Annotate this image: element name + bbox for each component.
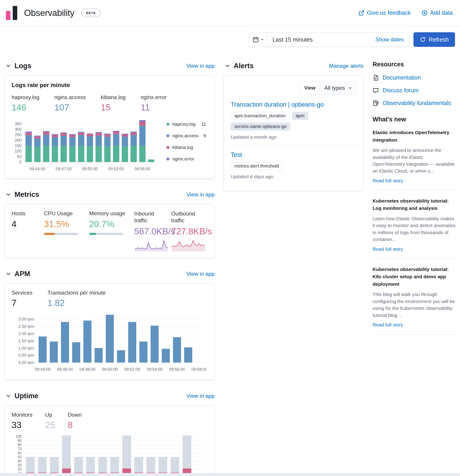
logs-stat: kibana.log 15 — [101, 94, 126, 112]
alert-title-link[interactable]: Transaction duration | opbeans-go — [231, 101, 324, 108]
alert-badge: apm.transaction_duration — [231, 112, 289, 120]
svg-text:70: 70 — [17, 447, 22, 451]
apm-view-in-app-link[interactable]: View in app — [186, 271, 214, 277]
monitors-stat: Monitors 33 — [12, 412, 33, 430]
app-header: Observability BETA Give us feedback Add … — [0, 0, 460, 26]
time-toolbar: Last 15 minutes Show dates Refresh — [0, 26, 460, 48]
legend-item[interactable]: haproxy.log 11 — [166, 122, 206, 127]
uptime-view-in-app-link[interactable]: View in app — [186, 393, 214, 399]
add-data-link[interactable]: Add data — [422, 9, 453, 16]
stat-value: 25 — [45, 420, 55, 430]
external-link-icon — [359, 10, 364, 16]
alert-type-select[interactable]: All types — [320, 82, 356, 94]
observability-fundamentals-label: Observability fundamentals — [383, 100, 451, 106]
logs-view-in-app-link[interactable]: View in app — [186, 63, 214, 69]
metrics-section-title: Metrics — [15, 190, 39, 199]
stat-label: nginx.access — [54, 94, 86, 101]
metric-label: Memory usage — [89, 210, 134, 217]
apm-collapse-chevron-icon[interactable] — [5, 270, 12, 278]
refresh-icon — [420, 37, 426, 42]
svg-text:2.00 tpm: 2.00 tpm — [18, 332, 34, 336]
svg-text:09:48:00: 09:48:00 — [80, 367, 95, 372]
metric-label: CPU Usage — [44, 210, 89, 217]
alert-type-selected-value: All types — [324, 85, 345, 91]
svg-text:1.00 tpm: 1.00 tpm — [18, 346, 34, 350]
news-title: Kubernetes observability tutorial: Log m… — [373, 197, 456, 212]
legend-value: 11 — [201, 122, 206, 127]
logs-chart-legend: haproxy.log 11 nginx.access 9 kibana.log — [161, 116, 207, 172]
beta-badge: BETA — [81, 9, 101, 17]
documentation-link[interactable]: Documentation — [373, 74, 456, 81]
svg-text:09:44:00: 09:44:00 — [30, 167, 45, 171]
uptime-collapse-chevron-icon[interactable] — [5, 392, 12, 400]
chat-icon — [373, 87, 379, 94]
logs-collapse-chevron-icon[interactable] — [5, 62, 12, 70]
observability-fundamentals-link[interactable]: Observability fundamentals — [373, 100, 456, 106]
svg-text:0.50 tpm: 0.50 tpm — [18, 353, 34, 357]
inbound-traffic-sparkline — [134, 239, 168, 252]
refresh-label: Refresh — [429, 36, 449, 43]
read-full-story-link[interactable]: Read full story — [373, 322, 403, 327]
quick-select-button[interactable] — [249, 33, 267, 47]
svg-text:09:44:00: 09:44:00 — [35, 367, 51, 372]
svg-text:0: 0 — [19, 160, 22, 164]
logs-section: Logs View in app Logs rate per minute ha… — [5, 61, 214, 179]
logs-panel-title: Logs rate per minute — [12, 82, 207, 89]
svg-text:60: 60 — [17, 451, 22, 455]
alerts-collapse-chevron-icon[interactable] — [224, 62, 231, 70]
legend-dot — [166, 158, 169, 161]
time-range-value[interactable]: Last 15 minutes — [267, 36, 375, 43]
stat-value: 1.82 — [48, 298, 106, 308]
svg-text:09:52:00: 09:52:00 — [124, 367, 140, 372]
metrics-collapse-chevron-icon[interactable] — [5, 191, 12, 198]
outbound-traffic-metric: Outbound traffic 727.8KB/s — [171, 210, 207, 252]
alerts-panel: View All types Transaction duration | op… — [224, 76, 363, 191]
stat-value: 33 — [12, 420, 33, 430]
discuss-forum-label: Discuss forum — [383, 87, 419, 94]
view-filter-label: View — [300, 82, 320, 94]
metrics-panel: Hosts 4 CPU Usage 31.5% Memory usage 20.… — [5, 204, 214, 258]
legend-item[interactable]: kibana.log — [166, 145, 206, 150]
alert-list-item: Transaction duration | opbeans-go apm.tr… — [231, 95, 356, 145]
news-title: Kubernetes observability tutorial: K8s c… — [373, 266, 456, 288]
stat-value: 7 — [12, 298, 33, 308]
right-sidebar: Resources Documentation Discuss forum Ob… — [373, 61, 456, 341]
legend-item[interactable]: nginx.error — [166, 156, 206, 162]
metric-label: Inbound traffic — [134, 210, 161, 224]
show-dates-link[interactable]: Show dates — [375, 36, 409, 43]
apm-panel: Services 7 Transactions per minute 1.82 … — [5, 283, 214, 380]
metric-value: 727.8KB/s — [171, 226, 207, 236]
svg-text:3.00 tpm: 3.00 tpm — [18, 317, 34, 322]
uptime-panel: Monitors 33 Up 25 Down 8 010203040506070… — [5, 406, 214, 476]
read-full-story-link[interactable]: Read full story — [373, 246, 403, 252]
manage-alerts-link[interactable]: Manage alerts — [329, 63, 363, 69]
legend-item[interactable]: nginx.access 9 — [166, 133, 206, 138]
stat-value: 15 — [101, 102, 126, 112]
alert-updated-text: Updated 6 days ago — [231, 174, 356, 179]
memory-usage-metric: Memory usage 20.7% — [89, 210, 134, 252]
alert-title-link[interactable]: Test — [231, 151, 242, 158]
logs-section-title: Logs — [15, 62, 31, 70]
observability-logo-icon — [6, 6, 18, 20]
read-full-story-link[interactable]: Read full story — [373, 178, 403, 183]
apm-section-title: APM — [15, 270, 30, 278]
metrics-section: Metrics View in app Hosts 4 CPU Usage 31… — [5, 190, 214, 258]
chevron-down-icon — [348, 86, 352, 90]
refresh-button[interactable]: Refresh — [413, 32, 455, 47]
svg-text:40: 40 — [17, 459, 22, 463]
logs-panel: Logs rate per minute haproxy.log 146 ngi… — [5, 76, 214, 179]
metric-label: Hosts — [12, 210, 43, 217]
page-title: Observability — [24, 8, 74, 18]
svg-text:09:54:00: 09:54:00 — [147, 367, 163, 372]
give-feedback-link[interactable]: Give us feedback — [359, 9, 411, 16]
document-icon — [373, 75, 379, 81]
stat-value: 146 — [12, 102, 39, 112]
alerts-type-filter: View All types — [299, 82, 356, 94]
news-body: We are pleased to announce the availabil… — [373, 147, 456, 175]
metrics-view-in-app-link[interactable]: View in app — [186, 191, 214, 198]
news-title: Elastic introduces OpenTelemetry integra… — [373, 129, 456, 144]
page-bottom-strip — [0, 473, 460, 476]
news-body: Learn how Elastic Observability makes it… — [373, 215, 456, 243]
discuss-forum-link[interactable]: Discuss forum — [373, 87, 456, 94]
svg-text:250: 250 — [15, 133, 22, 137]
